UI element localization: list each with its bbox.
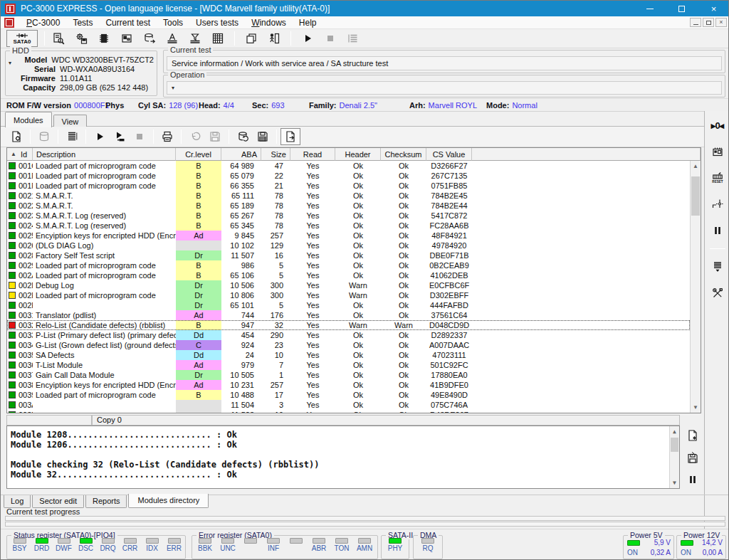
mdi-close-button[interactable]: × (715, 18, 727, 27)
menu-current-test[interactable]: Current test (99, 16, 157, 29)
main-play-button[interactable] (298, 30, 318, 47)
sata0-port-button[interactable]: SATA0 (6, 30, 38, 47)
menu-tools[interactable]: Tools (157, 16, 189, 29)
menu-windows[interactable]: Windows (245, 16, 293, 29)
log-copy-col[interactable]: Copy 0 (92, 415, 680, 426)
main-window-copies-button[interactable] (241, 30, 261, 47)
table-row-0034[interactable]: 0034G-List (Grown defect list) (ground d… (7, 340, 690, 350)
table-row-0022[interactable]: 0022S.M.A.R.T.B65 18978YesOkOk784B2E44 (7, 201, 690, 211)
table-row-0037[interactable]: 0037Gain Call Data ModuleDr10 5051YesOkO… (7, 370, 690, 380)
hdd-dropdown-icon[interactable]: ▾ (9, 60, 11, 66)
column-header-header[interactable]: Header (335, 148, 381, 161)
table-row-0021[interactable]: 0021S.M.A.R.T.B65 11178YesOkOk784B2E45 (7, 191, 690, 201)
modules-print-button[interactable] (157, 128, 177, 145)
menu-pc-3000[interactable]: PC-3000 (20, 16, 66, 29)
dock-chip-module-button[interactable] (708, 143, 727, 160)
table-row-0025[interactable]: 0025Encyiption keys for encripted HDD (E… (7, 231, 690, 241)
maximize-button[interactable] (666, 1, 698, 16)
dock-zero-read-button[interactable]: ▸0◂ (708, 117, 727, 134)
menu-tests[interactable]: Tests (66, 16, 99, 29)
tab-reports[interactable]: Reports (85, 495, 127, 508)
dock-tools-button[interactable] (708, 285, 727, 302)
modules-run-step-button[interactable] (110, 128, 130, 145)
scroll-thumb[interactable] (691, 176, 700, 216)
table-row-001F[interactable]: 001FLoaded part of microprogram codeB66 … (7, 181, 690, 191)
main-rom-chip-button[interactable] (94, 30, 114, 47)
modules-page-export-button[interactable] (280, 128, 300, 145)
table-row-003A[interactable]: 003A11 5043YesOkOk075C746A (7, 400, 690, 410)
table-row-0028[interactable]: 0028Factory Self Test scriptDr11 50716Ye… (7, 250, 690, 260)
modules-new-task-button[interactable] (6, 128, 26, 145)
tab-log[interactable]: Log (4, 495, 31, 508)
table-row-0029[interactable]: 0029Loaded part of microprogram codeB986… (7, 260, 690, 270)
table-row-0036[interactable]: 0036T-List ModuleAd9797YesOkOk501C92FC (7, 360, 690, 370)
table-row-0031[interactable]: 0031Translator (pdlist)Ad744176YesOkOk37… (7, 310, 690, 320)
main-head-stack-button[interactable] (162, 30, 182, 47)
modules-run-button[interactable] (90, 128, 110, 145)
pause-log-button[interactable] (684, 472, 701, 487)
log-output[interactable]: Module 1208............................ … (6, 426, 680, 489)
module-id: 0029 (19, 260, 33, 270)
mdi-restore-button[interactable] (703, 18, 714, 27)
main-database-export-button[interactable] (140, 30, 159, 47)
modules-db-load-button[interactable] (233, 128, 253, 145)
save-log-button[interactable] (684, 450, 701, 465)
dock-probe-button[interactable] (708, 196, 727, 213)
menu-help[interactable]: Help (293, 16, 323, 29)
scroll-down-icon[interactable]: ▼ (691, 402, 701, 413)
new-log-button[interactable] (684, 428, 701, 443)
mdi-child-icon[interactable] (4, 18, 14, 28)
table-row-003B[interactable]: 003B11 52316YesOkOkD43DE267 (7, 410, 690, 413)
main-report-button[interactable] (48, 30, 68, 47)
table-row-0039[interactable]: 0039Loaded part of microprogram codeB10 … (7, 390, 690, 400)
table-row-002F[interactable]: 002FDr65 1015YesOkOk444FAFBD (7, 300, 690, 310)
column-header-aba[interactable]: ABA (221, 148, 261, 161)
dock-list-down-button[interactable] (708, 258, 727, 275)
column-header-read[interactable]: Read (290, 148, 335, 161)
modules-module-list-button[interactable] (62, 128, 82, 145)
table-row-002D[interactable]: 002DDebug LogDr10 506300YesWarnOkE0CFBC6… (7, 280, 690, 290)
led-indicator (36, 538, 48, 544)
column-header-description[interactable]: Description (33, 148, 176, 161)
column-header-checksum[interactable]: Checksum (381, 148, 426, 161)
dock-pause-button[interactable] (708, 222, 727, 239)
table-row-0023[interactable]: 0023S.M.A.R.T. Log (reserved)B65 26778Ye… (7, 211, 690, 221)
table-row-0024[interactable]: 0024S.M.A.R.T. Log (reserved)B65 34578Ye… (7, 221, 690, 231)
table-row-0035[interactable]: 0035SA DefectsDd2410YesOkOk47023111 (7, 350, 690, 360)
mdi-minimize-button[interactable] (690, 18, 701, 27)
log-copy-col-empty[interactable] (6, 415, 92, 426)
main-settings-save-button[interactable] (71, 30, 91, 47)
tab-modules-directory[interactable]: Modules directory (128, 494, 209, 508)
table-scrollbar[interactable]: ▲ ▼ (690, 161, 701, 413)
column-header-cs-value[interactable]: CS Value (426, 148, 472, 161)
table-row-0032[interactable]: 0032Relo-List (Candidate defects) (rbbli… (7, 320, 690, 330)
scroll-up-icon[interactable]: ▲ (691, 161, 701, 171)
minimize-button[interactable] (634, 1, 666, 16)
main-hdd-filter-button[interactable] (185, 30, 205, 47)
table-row-001E[interactable]: 001ELoaded part of microprogram codeB65 … (7, 171, 690, 181)
main-sector-grid-button[interactable] (208, 30, 228, 47)
table-row-0033[interactable]: 0033P-List (Primary defect list) (primar… (7, 330, 690, 340)
table-row-002A[interactable]: 002ALoaded part of microprogram codeB65 … (7, 270, 690, 280)
main-test-board-button[interactable] (117, 30, 137, 47)
table-row-0038[interactable]: 0038Encyiption keys for encripted HDD (E… (7, 380, 690, 390)
column-header-id[interactable]: ▲Id (7, 148, 33, 161)
column-header-size[interactable]: Size (261, 148, 290, 161)
modules-db-save-button[interactable] (253, 128, 273, 145)
tab-modules[interactable]: Modules (5, 112, 52, 127)
log-scrollbar[interactable]: ▲ ▼ (669, 426, 679, 488)
column-header-cr-level[interactable]: Cr.level (176, 148, 221, 161)
menu-users-tests[interactable]: Users tests (189, 16, 245, 29)
table-row-001C[interactable]: 001CLoaded part of microprogram codeB64 … (7, 161, 690, 171)
log-scroll-thumb[interactable] (671, 438, 678, 452)
close-button[interactable]: × (698, 1, 729, 16)
log-scroll-up-icon[interactable]: ▲ (670, 426, 679, 437)
operation-dropdown-icon[interactable]: ▾ (172, 85, 174, 91)
cell-aba: 10 102 (221, 241, 261, 250)
log-scroll-down-icon[interactable]: ▼ (670, 477, 679, 488)
tab-sector-edit[interactable]: Sector edit (32, 495, 84, 508)
table-row-0026[interactable]: 0026 (DLG DIAG Log)10 102129YesOkOk49784… (7, 241, 690, 250)
table-row-002E[interactable]: 002ELoaded part of microprogram codeDr10… (7, 290, 690, 300)
dock-reset-button[interactable]: RESET (708, 169, 727, 186)
main-exit-button[interactable] (264, 30, 284, 47)
